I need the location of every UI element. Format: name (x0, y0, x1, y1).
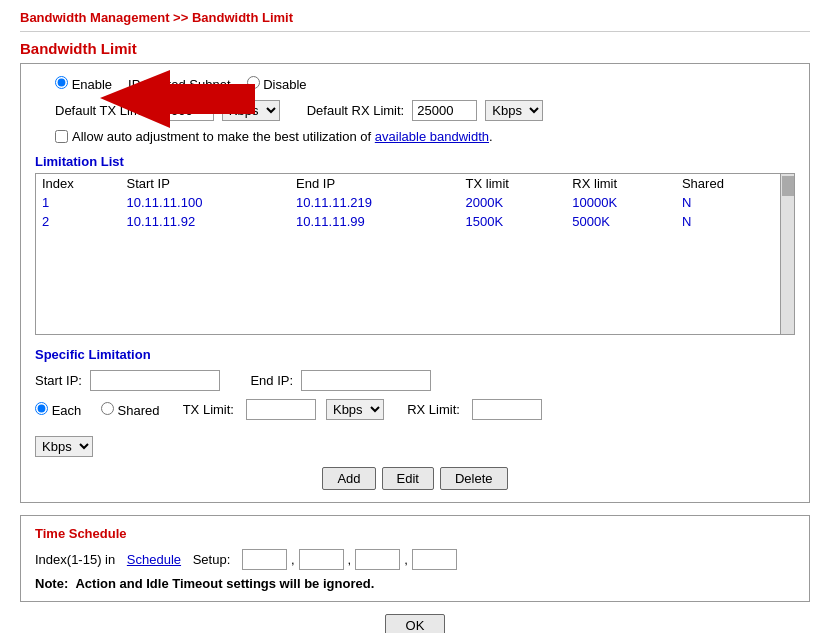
disable-radio[interactable] (247, 76, 260, 89)
ok-row: OK (20, 614, 810, 633)
shared-radio[interactable] (101, 402, 114, 415)
tx-unit-select[interactable]: Kbps Mbps (222, 100, 280, 121)
col-rx-limit: RX limit (566, 174, 676, 193)
note-label: Note: (35, 576, 68, 591)
rx-label: Default RX Limit: (307, 103, 405, 118)
schedule-input-3[interactable] (355, 549, 400, 570)
table-row[interactable]: 210.11.11.9210.11.11.991500K5000KN (36, 212, 780, 231)
limitation-table-container: Index Start IP End IP TX limit RX limit … (35, 173, 795, 335)
tx-limit-label: TX Limit: (183, 402, 234, 417)
breadcrumb: Bandwidth Management >> Bandwidth Limit (20, 10, 810, 25)
buttons-row: Add Edit Delete (35, 467, 795, 490)
schedule-input-1[interactable] (242, 549, 287, 570)
limitation-table: Index Start IP End IP TX limit RX limit … (36, 174, 780, 231)
tx-input[interactable] (159, 100, 214, 121)
end-ip-label: End IP: (250, 373, 293, 388)
rx-limit-label: RX Limit: (407, 402, 460, 417)
auto-adjust-row: Allow auto adjustment to make the best u… (35, 129, 795, 144)
col-shared: Shared (676, 174, 780, 193)
end-ip-input[interactable] (301, 370, 431, 391)
rx-limit-unit-select[interactable]: Kbps Mbps (35, 436, 93, 457)
limits-row: Default TX Limit: Kbps Mbps Default RX L… (35, 100, 795, 121)
col-tx-limit: TX limit (460, 174, 567, 193)
tx-limit-unit-select[interactable]: Kbps Mbps (326, 399, 384, 420)
specific-limitation-section: Specific Limitation Start IP: End IP: Ea… (35, 347, 795, 490)
col-start-ip: Start IP (121, 174, 291, 193)
time-title: Time Schedule (35, 526, 795, 541)
start-ip-input[interactable] (90, 370, 220, 391)
scrollbar-thumb (782, 176, 794, 196)
rx-limit-input[interactable] (472, 399, 542, 420)
specific-title: Specific Limitation (35, 347, 795, 362)
limitation-section: Limitation List Index Start IP End IP TX… (35, 154, 795, 335)
rx-unit-select[interactable]: Kbps Mbps (485, 100, 543, 121)
disable-option[interactable]: Disable (247, 76, 307, 92)
scrollbar[interactable] (780, 174, 794, 334)
delete-button[interactable]: Delete (440, 467, 508, 490)
tx-limit-input[interactable] (246, 399, 316, 420)
shared-option[interactable]: Shared (101, 402, 160, 418)
enable-option[interactable]: Enable (55, 76, 112, 92)
divider (20, 31, 810, 32)
rx-input[interactable] (412, 100, 477, 121)
bandwidth-limit-title: Bandwidth Limit (20, 40, 137, 57)
col-end-ip: End IP (290, 174, 460, 193)
ip-routed-label: IP Routed Subnet (128, 77, 230, 92)
bandwidth-limit-box: Enable IP Routed Subnet Disable Default … (20, 63, 810, 503)
section-title: Bandwidth Limit (20, 40, 810, 57)
available-bandwidth-link[interactable]: available bandwidth (375, 129, 489, 144)
ip-row: Start IP: End IP: (35, 370, 795, 391)
time-schedule-box: Time Schedule Index(1-15) in Schedule Se… (20, 515, 810, 602)
auto-adjust-label: Allow auto adjustment to make the best u… (72, 129, 371, 144)
start-ip-label: Start IP: (35, 373, 82, 388)
table-row[interactable]: 110.11.11.10010.11.11.2192000K10000KN (36, 193, 780, 212)
setup-label: Setup: (193, 552, 231, 567)
each-shared-row: Each Shared TX Limit: Kbps Mbps (35, 399, 542, 420)
edit-button[interactable]: Edit (382, 467, 434, 490)
schedule-input-2[interactable] (299, 549, 344, 570)
schedule-input-4[interactable] (412, 549, 457, 570)
enable-radio[interactable] (55, 76, 68, 89)
tx-label: Default TX Limit: (55, 103, 151, 118)
kbps-row: Kbps Mbps (35, 436, 93, 457)
auto-adjust-checkbox[interactable] (55, 130, 68, 143)
each-option[interactable]: Each (35, 402, 81, 418)
schedule-link[interactable]: Schedule (127, 552, 181, 567)
schedule-row: Index(1-15) in Schedule Setup: , , , (35, 549, 795, 570)
enable-row: Enable IP Routed Subnet Disable (35, 76, 795, 92)
col-index: Index (36, 174, 121, 193)
index-label: Index(1-15) in (35, 552, 115, 567)
ok-button[interactable]: OK (385, 614, 446, 633)
limitation-table-scroll[interactable]: Index Start IP End IP TX limit RX limit … (36, 174, 780, 334)
add-button[interactable]: Add (322, 467, 375, 490)
limitation-title: Limitation List (35, 154, 795, 169)
note-text: Note: Action and Idle Timeout settings w… (35, 576, 795, 591)
each-radio[interactable] (35, 402, 48, 415)
